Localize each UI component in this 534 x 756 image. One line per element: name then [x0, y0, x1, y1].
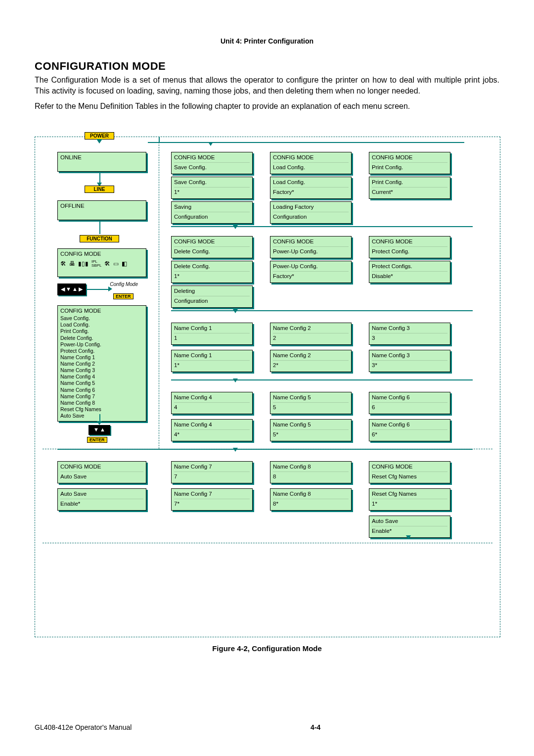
- r5c: CONFIG MODEReset Cfg Names: [369, 461, 450, 483]
- r2ca: DeletingConfiguration: [171, 285, 253, 308]
- config-mode-selector: CONFIG MODE 🛠 🖶 ▮▯▮ IPLSBPL 🛠 ▭ ◧: [57, 248, 146, 277]
- wrench-icon: 🛠: [60, 260, 66, 268]
- r3c: Name Config 33: [369, 323, 450, 345]
- r1ca: SavingConfiguration: [171, 201, 253, 224]
- r2ba: Delete Config.1*: [171, 261, 253, 283]
- r4a: Name Config 44: [171, 392, 253, 414]
- r4bc: Name Config 66*: [369, 419, 450, 441]
- nav-up-icon: ▲: [100, 427, 105, 432]
- r1b: CONFIG MODELoad Config.: [270, 152, 352, 174]
- nav-down-icon: ▼: [93, 427, 99, 432]
- r3bb: Name Config 22*: [270, 350, 352, 372]
- r1c: CONFIG MODEPrint Config.: [369, 152, 450, 174]
- r5b: Name Config 88: [270, 461, 352, 483]
- r2b: CONFIG MODEPower-Up Config.: [270, 236, 352, 258]
- gear-icon: 🛠: [104, 260, 110, 268]
- r1ba: Save Config.1*: [171, 177, 253, 199]
- nav-left-icon: ◀: [61, 286, 65, 292]
- nav-right-icon: ▶: [79, 286, 83, 292]
- online-text: ONLINE: [60, 154, 143, 162]
- nav-up-icon: ▲: [72, 286, 78, 292]
- r3b: Name Config 22: [270, 323, 352, 345]
- r2bb: Power-Up Config.Factory*: [270, 261, 352, 283]
- unit-header: Unit 4: Printer Configuration: [35, 37, 499, 45]
- r3ba: Name Config 11*: [171, 350, 253, 372]
- online-box: ONLINE: [57, 152, 146, 172]
- section-title: CONFIGURATION MODE: [35, 60, 499, 73]
- function-key: FUNCTION: [80, 235, 119, 242]
- r5cc: Auto SaveEnable*: [369, 516, 450, 538]
- config-mode-hint: Config Mode: [108, 282, 138, 287]
- menu-list-title: CONFIG MODE: [60, 307, 143, 314]
- r2c: CONFIG MODEProtect Config.: [369, 236, 450, 258]
- r3bc: Name Config 33*: [369, 350, 450, 372]
- nav-pad: ◀ ▼ ▲ ▶: [57, 284, 86, 295]
- text-icon: IPLSBPL: [91, 260, 101, 268]
- power-key: POWER: [85, 132, 114, 140]
- r5a: Name Config 77: [171, 461, 253, 483]
- chip-icon: ◧: [122, 260, 127, 268]
- offline-text: OFFLINE: [60, 202, 143, 210]
- printer-icon: 🖶: [69, 260, 75, 268]
- r1bc: Print Config.Current*: [369, 177, 450, 199]
- barcode-icon: ▮▯▮: [78, 260, 89, 268]
- doc-icon: ▭: [113, 260, 119, 268]
- page-footer: GL408-412e Operator's Manual 4-4: [35, 723, 499, 731]
- line-key: LINE: [85, 186, 114, 193]
- r4ba: Name Config 44*: [171, 419, 253, 441]
- config-mode-diagram: POWER ONLINE LINE OFFLINE FUNCTION CONFI…: [35, 137, 500, 637]
- paragraph-2: Refer to the Menu Definition Tables in t…: [35, 101, 499, 112]
- r3a: Name Config 11: [171, 323, 253, 345]
- r4bb: Name Config 55*: [270, 419, 352, 441]
- r5bc: Reset Cfg Names1*: [369, 488, 450, 511]
- nav-pad-2: ▼ ▲: [89, 425, 110, 435]
- enter-key-2: ENTER: [87, 437, 107, 443]
- config-mode-menu-list: CONFIG MODE Save Config. Load Config. Pr…: [57, 305, 146, 422]
- r1cb: Loading FactoryConfiguration: [270, 201, 352, 224]
- r2a: CONFIG MODEDelete Config.: [171, 236, 253, 258]
- r5ba: Name Config 77*: [171, 488, 253, 511]
- r4b: Name Config 55: [270, 392, 352, 414]
- r5ba0: Auto SaveEnable*: [57, 488, 146, 511]
- r5a0: CONFIG MODEAuto Save: [57, 461, 146, 483]
- r5bb: Name Config 88*: [270, 488, 352, 511]
- paragraph-1: The Configuration Mode is a set of menus…: [35, 75, 499, 96]
- nav-down-icon: ▼: [66, 286, 71, 292]
- figure-caption: Figure 4-2, Configuration Mode: [35, 644, 499, 653]
- r4c: Name Config 66: [369, 392, 450, 414]
- manual-title: GL408-412e Operator's Manual: [35, 723, 132, 731]
- r1a: CONFIG MODESave Config.: [171, 152, 253, 174]
- offline-box: OFFLINE: [57, 200, 146, 220]
- enter-key-1: ENTER: [113, 293, 134, 299]
- r1bb: Load Config.Factory*: [270, 177, 352, 199]
- r2bc: Protect Configs.Disable*: [369, 261, 450, 283]
- config-mode-selector-title: CONFIG MODE: [60, 250, 143, 258]
